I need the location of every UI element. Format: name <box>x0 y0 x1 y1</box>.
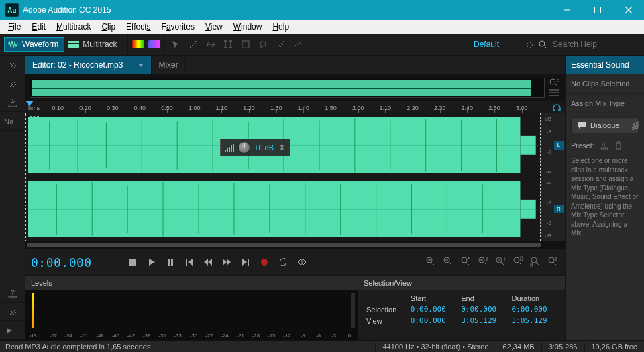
healing-tool-icon[interactable] <box>291 38 305 51</box>
menu-multitrack[interactable]: Multitrack <box>51 21 96 32</box>
marquee-tool-icon[interactable] <box>239 38 252 51</box>
tab-editor-menu-icon[interactable] <box>127 59 133 70</box>
export-icon[interactable] <box>0 284 25 302</box>
svg-line-90 <box>553 262 556 265</box>
import-icon[interactable] <box>0 93 25 112</box>
view-end-value[interactable]: 3:05.129 <box>458 315 508 327</box>
time-ruler[interactable]: hms 0:100:200:300:400:501:001:101:201:30… <box>25 101 565 113</box>
selection-view-menu-icon[interactable] <box>416 278 423 288</box>
mode-multitrack-button[interactable]: Multitrack <box>64 37 123 52</box>
svg-line-81 <box>501 262 504 265</box>
menu-clip[interactable]: Clip <box>96 21 121 32</box>
svg-line-87 <box>536 262 539 265</box>
horizontal-scrollbar[interactable] <box>25 241 565 249</box>
selection-end-value[interactable]: 0:00.000 <box>458 304 508 315</box>
svg-marker-59 <box>208 259 212 266</box>
zoom-selection-out-button[interactable] <box>530 256 542 268</box>
view-duration-value[interactable]: 3:05.129 <box>509 315 559 327</box>
expand-toolbar-icon[interactable] <box>525 40 534 49</box>
slip-tool-icon[interactable] <box>204 38 217 51</box>
hud-gain-knob[interactable] <box>238 141 250 154</box>
timecode-display[interactable]: 0:00.000 <box>31 255 92 270</box>
waveform-display[interactable]: +0 dB dB -3 -9 -∞ -∞ -9 -3 dB L R <box>25 113 565 241</box>
overview-waveform[interactable] <box>30 78 545 98</box>
move-tool-icon[interactable] <box>169 38 182 51</box>
overview-list-icon[interactable] <box>549 89 561 98</box>
menu-file[interactable]: File <box>3 21 26 32</box>
menu-favorites[interactable]: Favorites <box>156 21 200 32</box>
workspace-switcher[interactable]: Default <box>467 39 519 50</box>
editor-tab-bar: Editor: 02 - Ricochet.mp3 Mixer <box>25 56 565 74</box>
zoom-out-time-button[interactable] <box>443 256 455 268</box>
status-sample-rate: 44100 Hz • 32-bit (float) • Stereo <box>375 343 495 351</box>
audition-preview-icon[interactable] <box>551 101 562 113</box>
panel-collapse-files[interactable] <box>0 56 25 74</box>
fast-forward-button[interactable] <box>221 256 233 268</box>
menu-help[interactable]: Help <box>267 21 294 32</box>
spectral-frequency-button[interactable] <box>132 40 144 48</box>
minimize-button[interactable] <box>551 0 582 20</box>
panel-collapse-media[interactable] <box>0 74 25 93</box>
record-button[interactable] <box>258 256 270 268</box>
svg-marker-58 <box>204 259 208 266</box>
volume-hud[interactable]: +0 dB <box>220 139 290 156</box>
view-start-value[interactable]: 0:00.000 <box>408 315 458 327</box>
zoom-reset-button[interactable] <box>460 256 472 268</box>
svg-point-8 <box>539 41 545 46</box>
music-note-icon <box>632 121 640 130</box>
essential-sound-title[interactable]: Essential Sound <box>566 56 644 74</box>
essential-sound-description: Select one or more clips in a multitrack… <box>566 154 644 241</box>
zoom-in-amplitude-button[interactable] <box>478 256 490 268</box>
maximize-button[interactable] <box>582 0 613 20</box>
preset-delete-icon[interactable] <box>614 141 623 150</box>
brush-tool-icon[interactable] <box>274 38 287 51</box>
hud-pin-icon[interactable] <box>278 143 286 152</box>
svg-point-64 <box>261 259 268 266</box>
tab-editor-dropdown-icon[interactable] <box>138 62 144 68</box>
play-button[interactable] <box>146 256 158 268</box>
close-button[interactable] <box>613 0 644 20</box>
menu-edit[interactable]: Edit <box>26 21 51 32</box>
levels-panel-menu-icon[interactable] <box>56 278 63 288</box>
zoom-in-time-button[interactable] <box>425 256 437 268</box>
playhead-handle[interactable] <box>25 101 34 106</box>
mode-waveform-button[interactable]: Waveform <box>4 37 64 52</box>
selection-view-title: Selection/View <box>364 279 412 287</box>
search-help-box[interactable] <box>538 39 639 50</box>
play-mini-icon[interactable] <box>0 321 25 340</box>
loop-button[interactable] <box>277 256 289 268</box>
channel-badge-right[interactable]: R <box>554 205 564 213</box>
name-column-header[interactable]: Na <box>0 112 25 131</box>
tab-editor-label: Editor: 02 - Ricochet.mp3 <box>32 60 123 70</box>
search-input[interactable] <box>551 39 639 50</box>
rewind-button[interactable] <box>202 256 214 268</box>
lasso-tool-icon[interactable] <box>256 38 270 51</box>
menu-window[interactable]: Window <box>228 21 268 32</box>
panel-collapse-history[interactable] <box>0 302 25 321</box>
time-selection-tool-icon[interactable] <box>221 38 235 51</box>
zoom-out-amplitude-button[interactable] <box>495 256 507 268</box>
pause-button[interactable] <box>164 256 176 268</box>
selection-view-table: Start End Duration Selection 0:00.000 0:… <box>364 293 559 327</box>
zoom-to-selection-button[interactable] <box>547 256 559 268</box>
levels-meter[interactable]: dB-57-54-51-48-45-42-39-36-33-30-27-24-2… <box>25 290 358 340</box>
channel-badge-left[interactable]: L <box>554 141 564 150</box>
razor-tool-icon[interactable] <box>186 38 200 51</box>
tab-mixer[interactable]: Mixer <box>152 56 185 74</box>
preset-import-icon[interactable] <box>600 141 609 150</box>
svg-rect-5 <box>68 44 79 46</box>
zoom-navigator-icon[interactable] <box>549 78 561 87</box>
spectral-pitch-button[interactable] <box>148 40 160 48</box>
row-selection: Selection 0:00.000 0:00.000 0:00.000 <box>364 304 559 315</box>
go-to-end-button[interactable] <box>239 256 252 268</box>
stop-button[interactable] <box>127 256 139 268</box>
selection-duration-value[interactable]: 0:00.000 <box>509 304 559 315</box>
dialogue-button[interactable]: Dialogue <box>571 117 639 133</box>
menu-view[interactable]: View <box>200 21 228 32</box>
menu-effects[interactable]: Effects <box>121 21 156 32</box>
skip-selection-button[interactable] <box>296 256 308 268</box>
tab-editor[interactable]: Editor: 02 - Ricochet.mp3 <box>25 56 152 74</box>
selection-start-value[interactable]: 0:00.000 <box>408 304 458 315</box>
zoom-selection-in-button[interactable] <box>513 256 525 268</box>
go-to-start-button[interactable] <box>183 256 195 268</box>
